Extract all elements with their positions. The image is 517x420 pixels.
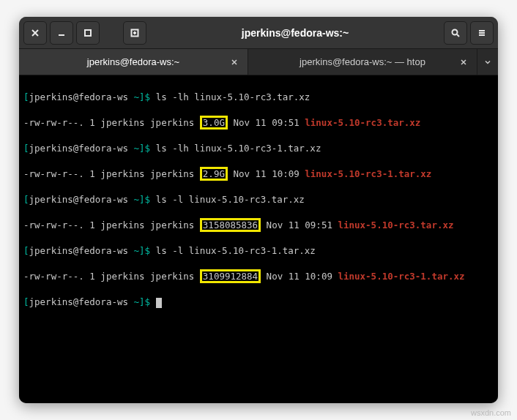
close-icon[interactable]	[228, 56, 240, 68]
highlighted-size: 3158085836	[200, 218, 261, 232]
tab-label: jperkins@fedora-ws:~ — htop	[300, 56, 425, 67]
terminal-line: [jperkins@fedora-ws ~]$ ls -lh linux-5.1…	[23, 142, 494, 154]
tab-dropdown-button[interactable]	[477, 49, 498, 75]
terminal-content[interactable]: [jperkins@fedora-ws ~]$ ls -lh linux-5.1…	[19, 75, 498, 403]
search-button[interactable]	[444, 21, 467, 45]
terminal-line: -rw-rw-r--. 1 jperkins jperkins 2.9G Nov…	[23, 167, 494, 181]
watermark: wsxdn.com	[471, 408, 511, 417]
window-title: jperkins@fedora-ws:~	[149, 27, 441, 39]
minimize-button[interactable]	[50, 21, 73, 45]
cursor	[156, 298, 162, 308]
tab-2[interactable]: jperkins@fedora-ws:~ — htop	[248, 49, 477, 75]
terminal-line: [jperkins@fedora-ws ~]$ ls -l linux-5.10…	[23, 193, 494, 206]
terminal-line: [jperkins@fedora-ws ~]$ ls -l linux-5.10…	[23, 244, 494, 257]
tab-1[interactable]: jperkins@fedora-ws:~	[19, 49, 248, 75]
svg-point-2	[453, 29, 458, 34]
terminal-line: -rw-rw-r--. 1 jperkins jperkins 31580858…	[23, 218, 494, 232]
highlighted-size: 2.9G	[200, 167, 228, 181]
terminal-line: -rw-rw-r--. 1 jperkins jperkins 31099128…	[23, 269, 494, 283]
titlebar: jperkins@fedora-ws:~	[19, 17, 498, 49]
terminal-line: -rw-rw-r--. 1 jperkins jperkins 3.0G Nov…	[23, 116, 494, 130]
close-button[interactable]	[23, 21, 47, 45]
maximize-button[interactable]	[76, 21, 100, 45]
menu-button[interactable]	[470, 21, 494, 45]
new-tab-button[interactable]	[123, 21, 146, 45]
svg-rect-0	[85, 30, 91, 36]
tab-label: jperkins@fedora-ws:~	[87, 56, 179, 67]
close-icon[interactable]	[458, 56, 469, 68]
terminal-line: [jperkins@fedora-ws ~]$ ls -lh linux-5.1…	[23, 91, 494, 103]
highlighted-size: 3109912884	[200, 269, 261, 283]
terminal-window: jperkins@fedora-ws:~ jperkins@fedora-ws:…	[19, 17, 498, 403]
terminal-line: [jperkins@fedora-ws ~]$	[23, 296, 494, 308]
highlighted-size: 3.0G	[200, 116, 228, 130]
tab-bar: jperkins@fedora-ws:~ jperkins@fedora-ws:…	[19, 49, 498, 75]
